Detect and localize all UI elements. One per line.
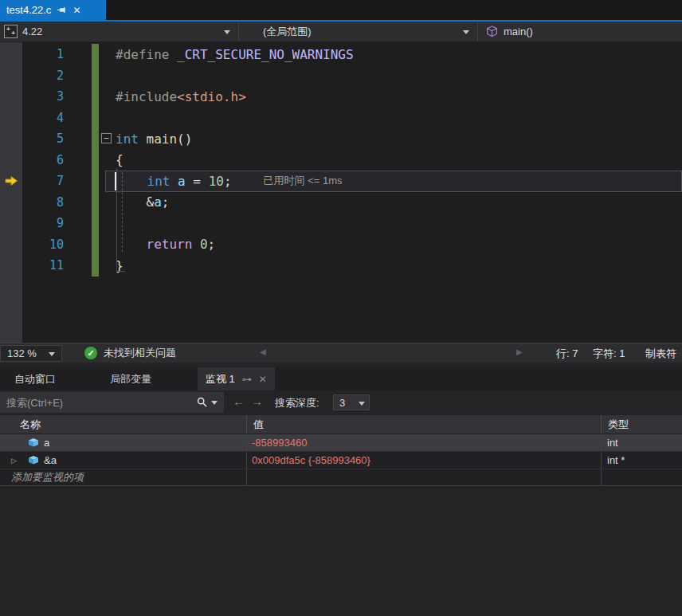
code-token: _CRT_SECURE_NO_WARNINGS	[177, 47, 354, 62]
code-line[interactable]: 6{	[0, 150, 682, 171]
watch-value[interactable]: -858993460	[247, 434, 602, 451]
code-line-content[interactable]: #define _CRT_SECURE_NO_WARNINGS	[99, 44, 682, 65]
add-watch-row[interactable]: 添加要监视的项	[0, 469, 682, 486]
column-header-type[interactable]: 类型	[602, 415, 682, 434]
panel-tab-label: 自动窗口	[14, 372, 56, 386]
code-line-content[interactable]: −int main()	[99, 128, 682, 150]
code-line[interactable]: 8 &a;	[0, 192, 682, 214]
search-depth-dropdown[interactable]: 3	[333, 394, 370, 410]
code-token: int	[147, 174, 170, 189]
project-scope-dropdown[interactable]: ++ 4.22	[0, 22, 239, 41]
breakpoint-gutter-cell[interactable]	[0, 213, 22, 234]
watch-row[interactable]: ▷&a0x009dfa5c {-858993460}int *	[0, 452, 682, 469]
chevron-down-icon[interactable]	[211, 401, 218, 405]
code-line-content[interactable]	[99, 108, 682, 129]
change-tracking-bar	[92, 108, 99, 129]
code-line-content[interactable]: &a;	[99, 192, 682, 214]
search-forward-icon[interactable]: →	[251, 394, 263, 408]
code-line[interactable]: 5−int main()	[0, 128, 682, 150]
fold-collapse-icon[interactable]: −	[101, 133, 112, 143]
document-tab-title: test4.22.c	[6, 4, 51, 16]
breakpoint-gutter-cell[interactable]	[0, 255, 22, 277]
type-scope-dropdown[interactable]: (全局范围)	[239, 22, 478, 41]
code-line[interactable]: 11}	[0, 255, 682, 277]
code-line[interactable]: 10 return 0;	[0, 234, 682, 256]
column-header-value[interactable]: 值	[247, 415, 602, 434]
watch-name-cell[interactable]: a	[0, 434, 247, 451]
code-editor[interactable]: 1#define _CRT_SECURE_NO_WARNINGS23#inclu…	[0, 42, 682, 343]
line-number: 6	[22, 150, 80, 171]
zoom-level-dropdown[interactable]: 132 %	[0, 345, 62, 362]
panel-tab-1[interactable]: 自动窗口	[6, 367, 64, 390]
code-line-content[interactable]: #include<stdio.h>	[99, 86, 682, 108]
breakpoint-gutter-cell[interactable]	[0, 171, 22, 192]
breakpoint-gutter-cell[interactable]	[0, 192, 22, 214]
variable-icon	[28, 438, 39, 447]
code-line[interactable]: 4	[0, 108, 682, 129]
perf-tip[interactable]: 已用时间 <= 1ms	[264, 174, 343, 188]
watch-panel: 自动窗口局部变量监视 1⊶✕ ← → 搜索深度: 3 名称 值 类型	[0, 363, 682, 616]
breakpoint-gutter-cell[interactable]	[0, 65, 22, 87]
code-line-content[interactable]: {	[99, 150, 682, 171]
pin-icon[interactable]	[57, 5, 67, 15]
watch-row[interactable]: a-858993460int	[0, 434, 682, 452]
line-number: 10	[22, 234, 80, 256]
code-token: ;	[208, 237, 216, 252]
watch-name-cell[interactable]: ▷&a	[0, 452, 247, 469]
code-token: 10	[209, 174, 224, 189]
change-tracking-bar	[92, 213, 99, 234]
panel-tab-3[interactable]: 监视 1⊶✕	[198, 367, 275, 390]
code-health-indicator[interactable]: ✓ 未找到相关问题	[84, 346, 176, 360]
chevron-down-icon	[463, 30, 469, 34]
code-line-content[interactable]	[99, 213, 682, 234]
close-icon[interactable]: ✕	[73, 6, 80, 15]
code-token: ()	[177, 131, 192, 147]
line-number: 1	[22, 44, 80, 65]
search-input[interactable]	[0, 397, 197, 409]
close-icon[interactable]: ✕	[259, 374, 267, 385]
breakpoint-gutter-cell[interactable]	[0, 108, 22, 129]
panel-tab-label: 局部变量	[110, 372, 151, 386]
code-token	[170, 174, 178, 189]
code-line-content[interactable]: return 0;	[99, 234, 682, 256]
change-tracking-bar	[92, 44, 99, 65]
code-token	[139, 131, 147, 147]
breakpoint-gutter-cell[interactable]	[0, 44, 22, 65]
scroll-left-icon[interactable]: ◀	[260, 347, 266, 356]
code-line[interactable]: 1#define _CRT_SECURE_NO_WARNINGS	[0, 44, 682, 65]
panel-tab-2[interactable]: 局部变量	[102, 367, 159, 390]
gutter-spacer	[80, 192, 92, 214]
zoom-level-value: 132 %	[7, 347, 37, 359]
column-header-name[interactable]: 名称	[0, 415, 247, 434]
scroll-right-icon[interactable]: ▶	[516, 347, 523, 356]
code-line[interactable]: 9	[0, 213, 682, 234]
pin-icon[interactable]: ⊶	[242, 374, 252, 385]
search-back-icon[interactable]: ←	[233, 394, 245, 408]
breakpoint-gutter-cell[interactable]	[0, 128, 22, 150]
gutter-spacer	[80, 65, 92, 87]
change-tracking-bar	[92, 65, 99, 87]
code-line-content[interactable]	[99, 65, 682, 87]
chevron-down-icon	[359, 402, 365, 406]
code-line-content[interactable]: int a = 10;已用时间 <= 1ms	[105, 171, 682, 192]
breakpoint-gutter-cell[interactable]	[0, 234, 22, 256]
expand-arrow-icon[interactable]: ▷	[11, 457, 23, 465]
document-tab[interactable]: test4.22.c ✕	[0, 0, 106, 20]
member-dropdown[interactable]: main()	[478, 22, 682, 41]
change-tracking-bar	[92, 150, 99, 171]
breakpoint-gutter-cell[interactable]	[0, 150, 22, 171]
watch-panel-tabs: 自动窗口局部变量监视 1⊶✕	[0, 367, 682, 390]
add-watch-label[interactable]: 添加要监视的项	[0, 469, 247, 485]
watch-search-box[interactable]	[0, 392, 224, 413]
code-line[interactable]: 7 int a = 10;已用时间 <= 1ms	[0, 171, 682, 192]
code-line[interactable]: 2	[0, 65, 682, 87]
code-line[interactable]: 3#include<stdio.h>	[0, 86, 682, 108]
breakpoint-gutter-cell[interactable]	[0, 86, 22, 108]
code-line-content[interactable]: }	[99, 255, 682, 277]
watch-value[interactable]: 0x009dfa5c {-858993460}	[247, 452, 602, 469]
editor-status-strip: 132 % ✓ 未找到相关问题 ◀ ▶ 行: 7 字符: 1 制表符	[0, 343, 682, 363]
line-number: 5	[22, 128, 80, 150]
project-scope-label: 4.22	[22, 26, 42, 37]
change-tracking-bar	[92, 234, 99, 256]
gutter-spacer	[80, 150, 92, 171]
